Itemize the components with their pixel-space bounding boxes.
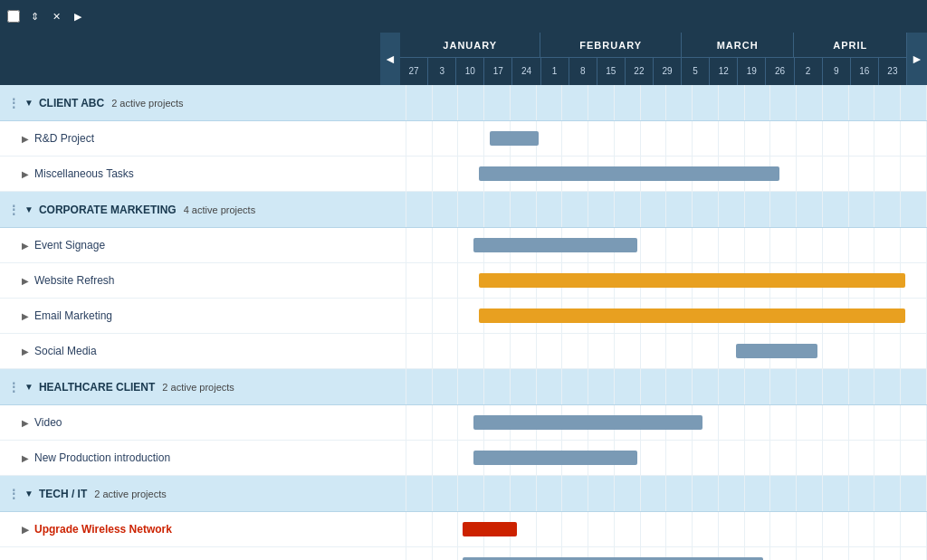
group-count: 4 active projects — [184, 204, 255, 215]
calendar-header: ◄ JANUARYFEBRUARYMARCHAPRIL 273101724181… — [380, 33, 927, 85]
drag-handle: ⋮ — [7, 380, 19, 394]
date-cell: 5 — [682, 58, 710, 85]
project-row-social-media[interactable]: ▶ Social Media — [0, 334, 380, 369]
months-container: JANUARYFEBRUARYMARCHAPRIL 27310172418152… — [400, 33, 907, 85]
project-expand-icon: ▶ — [22, 169, 29, 179]
gantt-project-row-video — [380, 405, 927, 441]
project-row-event-signage[interactable]: ▶ Event Signage — [0, 228, 380, 263]
date-cell: 23 — [879, 58, 907, 85]
group-expand-icon: ▼ — [24, 204, 33, 214]
group-count: 2 active projects — [111, 98, 183, 109]
group-row-corp-marketing[interactable]: ⋮ ▼ CORPORATE MARKETING 4 active project… — [0, 192, 380, 228]
app-container: ⇕ ✕ ▶ ◄ JANUARYFEBRUARYMARCHAPRIL 273101… — [0, 0, 927, 560]
month-label-january: JANUARY — [400, 33, 540, 57]
gantt-project-row-website-refresh — [380, 263, 927, 299]
group-row-client-abc[interactable]: ⋮ ▼ CLIENT ABC 2 active projects — [0, 85, 380, 121]
gantt-group-row-tech-it — [380, 476, 927, 512]
gantt-group-row-healthcare — [380, 369, 927, 405]
select-all-checkbox[interactable] — [7, 10, 20, 23]
gantt-bar-misc-tasks[interactable] — [479, 166, 779, 181]
collapse-button[interactable]: ✕ — [53, 11, 63, 23]
gantt-bar-social-media[interactable] — [736, 344, 818, 358]
projects-button[interactable]: ▶ — [74, 11, 84, 23]
date-cell: 29 — [654, 58, 682, 85]
group-name: CORPORATE MARKETING — [39, 204, 177, 216]
gantt-group-row-corp-marketing — [380, 192, 927, 228]
group-name: CLIENT ABC — [39, 97, 104, 109]
project-expand-icon: ▶ — [22, 346, 29, 356]
date-cell: 19 — [738, 58, 766, 85]
gantt-bar-rd-project[interactable] — [490, 131, 539, 146]
project-expand-icon: ▶ — [22, 311, 29, 321]
date-cell: 27 — [400, 58, 428, 85]
project-name: Social Media — [34, 345, 97, 357]
project-row-rd-project[interactable]: ▶ R&D Project — [0, 121, 380, 157]
date-cell: 1 — [541, 58, 569, 85]
scrollable-content: ⋮ ▼ CLIENT ABC 2 active projects ▶ R&D P… — [0, 85, 927, 560]
project-row-email-marketing[interactable]: ▶ Email Marketing — [0, 299, 380, 334]
gantt-bar-video[interactable] — [473, 415, 703, 430]
drag-handle: ⋮ — [7, 96, 19, 110]
left-panel: ⋮ ▼ CLIENT ABC 2 active projects ▶ R&D P… — [0, 85, 380, 560]
project-row-misc-tasks[interactable]: ▶ Miscellaneous Tasks — [0, 157, 380, 192]
gantt-bar-new-production[interactable] — [473, 451, 637, 465]
project-row-upgrade-wireless[interactable]: ▶ Upgrade Wireless Network — [0, 512, 380, 547]
nav-left-button[interactable]: ◄ — [380, 33, 400, 85]
gantt-project-row-new-production — [380, 441, 927, 476]
project-expand-icon: ▶ — [22, 134, 29, 144]
project-name: Video — [34, 416, 62, 429]
date-cell: 24 — [512, 58, 540, 85]
gantt-project-row-misc-tasks — [380, 157, 927, 192]
gantt-bar-email-marketing[interactable] — [479, 308, 905, 323]
date-cell: 12 — [710, 58, 738, 85]
month-label-march: MARCH — [682, 33, 795, 57]
gantt-group-row-client-abc — [380, 85, 927, 121]
project-name: Miscellaneous Tasks — [34, 167, 134, 180]
project-expand-icon: ▶ — [22, 525, 29, 535]
project-row-video[interactable]: ▶ Video — [0, 405, 380, 441]
project-row-website-refresh[interactable]: ▶ Website Refresh — [0, 263, 380, 299]
group-expand-icon: ▼ — [24, 98, 33, 108]
group-row-tech-it[interactable]: ⋮ ▼ TECH / IT 2 active projects — [0, 476, 380, 512]
project-row-system-migration[interactable]: ▶ System Migration — [0, 547, 380, 560]
project-row-new-production[interactable]: ▶ New Production introduction — [0, 441, 380, 476]
gantt-project-row-system-migration — [380, 547, 927, 560]
gantt-bar-website-refresh[interactable] — [479, 273, 905, 288]
date-cell: 9 — [823, 58, 851, 85]
group-name: HEALTHCARE CLIENT — [39, 381, 155, 394]
project-name: Email Marketing — [34, 309, 112, 322]
date-cell: 15 — [597, 58, 626, 85]
group-expand-icon: ▼ — [24, 382, 33, 392]
projects-arrow-icon: ▶ — [74, 11, 81, 23]
group-row-healthcare[interactable]: ⋮ ▼ HEALTHCARE CLIENT 2 active projects — [0, 369, 380, 405]
group-expand-icon: ▼ — [24, 489, 33, 498]
project-expand-icon: ▶ — [22, 276, 29, 286]
gantt-bar-event-signage[interactable] — [473, 238, 637, 252]
date-cell: 22 — [626, 58, 654, 85]
dates-row: 273101724181522295121926291623 — [400, 58, 907, 85]
months-row: JANUARYFEBRUARYMARCHAPRIL — [400, 33, 907, 58]
gantt-bar-upgrade-wireless[interactable] — [463, 522, 517, 536]
gantt-project-row-email-marketing — [380, 299, 927, 334]
group-count: 2 active projects — [162, 382, 234, 393]
gantt-project-row-social-media — [380, 334, 927, 369]
project-name: R&D Project — [34, 132, 94, 145]
gantt-project-row-rd-project — [380, 121, 927, 157]
drag-handle: ⋮ — [7, 203, 19, 217]
project-expand-icon: ▶ — [22, 241, 29, 251]
date-cell: 26 — [766, 58, 794, 85]
drag-handle: ⋮ — [7, 487, 19, 501]
expand-button[interactable]: ⇕ — [31, 11, 42, 23]
group-name: TECH / IT — [39, 488, 87, 500]
date-cell: 8 — [569, 58, 597, 85]
left-header — [0, 33, 380, 85]
nav-right-button[interactable]: ► — [907, 33, 927, 85]
project-expand-icon: ▶ — [22, 453, 29, 463]
project-name: Upgrade Wireless Network — [34, 523, 172, 536]
gantt-project-row-event-signage — [380, 228, 927, 263]
gantt-panel — [380, 85, 927, 560]
month-label-april: APRIL — [794, 33, 907, 57]
project-expand-icon: ▶ — [22, 418, 29, 428]
date-cell: 3 — [428, 58, 456, 85]
project-name: New Production introduction — [34, 451, 170, 464]
